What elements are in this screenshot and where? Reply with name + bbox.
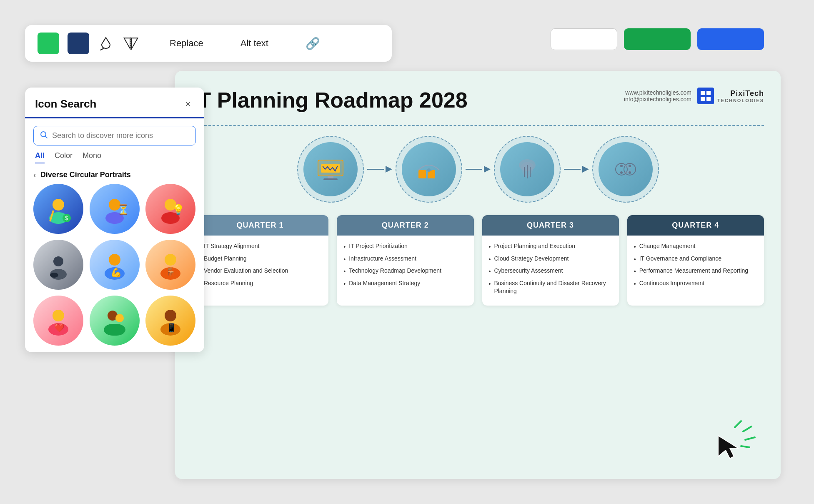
quarter-card-2: QUARTER 2 •IT Project Prioritization •In… [337, 215, 473, 306]
panel-title: Icon Search [35, 98, 96, 110]
canvas-area: IT Planning Roadmap 2028 www.pixitechnol… [175, 71, 781, 479]
link-button[interactable]: 🔗 [299, 33, 327, 54]
svg-text:📱: 📱 [166, 323, 177, 333]
timeline-q4-circle [592, 136, 659, 203]
svg-marker-59 [718, 436, 738, 459]
list-item: •Infrastructure Assessment [343, 255, 467, 264]
replace-button[interactable]: Replace [163, 35, 210, 52]
company-info: www.pixitechnoligies.com info@pixitechno… [624, 88, 764, 104]
list-item: •IT Strategy Alignment [198, 242, 322, 251]
tab-mono[interactable]: Mono [83, 151, 101, 163]
svg-line-57 [745, 437, 755, 440]
list-item: •Change Management [634, 242, 757, 251]
top-right-actions [551, 28, 764, 50]
separator [192, 125, 764, 126]
svg-rect-40 [323, 178, 338, 180]
list-item: •Technology Roadmap Development [343, 267, 467, 276]
timeline-q2-icon [402, 142, 456, 196]
fill-icon[interactable] [98, 35, 114, 52]
svg-marker-46 [484, 166, 491, 173]
tab-all[interactable]: All [35, 151, 45, 163]
tab-color[interactable]: Color [55, 151, 73, 163]
svg-point-29 [165, 310, 176, 321]
portrait-icon-2[interactable]: ⏳ [90, 184, 140, 234]
quarter-4-body: •Change Management •IT Governance and Co… [627, 236, 764, 298]
svg-rect-28 [104, 324, 125, 336]
section-title: Diverse Circular Portraits [40, 171, 131, 179]
mirror-icon[interactable] [123, 35, 139, 52]
top-right-blue-btn[interactable] [697, 28, 764, 50]
timeline [192, 136, 764, 203]
svg-point-17 [109, 254, 120, 266]
quarter-2-header: QUARTER 2 [337, 215, 473, 236]
timeline-q3-icon [500, 142, 554, 196]
panel-close-button[interactable]: × [182, 98, 194, 110]
svg-text:💪: 💪 [110, 267, 122, 278]
list-item: •IT Governance and Compliance [634, 255, 757, 264]
quarter-4-header: QUARTER 4 [627, 215, 764, 236]
timeline-q2-circle [396, 136, 462, 203]
portrait-icon-8[interactable] [90, 296, 140, 346]
svg-point-51 [620, 165, 623, 167]
portrait-icon-5[interactable]: 💪 [90, 240, 140, 290]
svg-rect-39 [328, 176, 333, 178]
quarter-card-3: QUARTER 3 •Project Planning and Executio… [482, 215, 619, 306]
quarter-1-body: •IT Strategy Alignment •Budget Planning … [192, 236, 328, 298]
arrow-3 [564, 166, 589, 173]
portrait-icon-3[interactable]: 💡 [145, 184, 195, 234]
top-right-input[interactable] [551, 28, 617, 50]
svg-point-52 [629, 165, 631, 167]
list-item: •Resource Planning [198, 279, 322, 288]
svg-rect-42 [418, 170, 426, 178]
svg-line-55 [735, 421, 741, 427]
portrait-icon-4[interactable] [33, 240, 83, 290]
color-swatch-blue[interactable] [68, 33, 89, 54]
company-name-block: PixiTech TECHNOLOGIES [717, 89, 764, 103]
svg-marker-41 [386, 166, 392, 173]
svg-point-23 [53, 310, 64, 321]
portrait-icon-6[interactable]: 🪑 [145, 240, 195, 290]
svg-point-27 [115, 314, 124, 322]
section-header: ‹ Diverse Circular Portraits [25, 163, 204, 184]
quarters-row: QUARTER 1 •IT Strategy Alignment •Budget… [192, 215, 764, 306]
svg-point-3 [53, 199, 64, 211]
roadmap-title: IT Planning Roadmap 2028 [192, 88, 468, 113]
divider-2 [222, 35, 222, 52]
timeline-q1-icon [303, 142, 358, 196]
list-item: •Cloud Strategy Development [489, 255, 612, 264]
search-input[interactable] [52, 131, 190, 140]
icon-search-panel: Icon Search × All Color Mono ‹ Diverse C… [25, 88, 204, 352]
svg-text:💡: 💡 [172, 203, 185, 216]
top-right-green-btn[interactable] [624, 28, 691, 50]
portrait-icon-1[interactable]: $ [33, 184, 83, 234]
color-swatch-green[interactable] [38, 33, 59, 54]
list-item: •Vendor Evaluation and Selection [198, 267, 322, 276]
search-icon [40, 130, 48, 141]
list-item: •Data Management Strategy [343, 279, 467, 288]
portrait-icon-9[interactable]: 📱 [145, 296, 195, 346]
divider-1 [151, 35, 151, 52]
svg-rect-32 [701, 91, 705, 95]
list-item: •Business Continuity and Disaster Recove… [489, 279, 612, 296]
svg-point-53 [620, 171, 623, 174]
svg-line-2 [45, 136, 48, 138]
alt-text-button[interactable]: Alt text [234, 35, 275, 52]
timeline-q4-icon [599, 142, 653, 196]
svg-point-16 [50, 273, 58, 278]
search-box[interactable] [33, 126, 196, 145]
svg-line-58 [741, 446, 749, 447]
list-item: •Cybersecurity Assessment [489, 267, 612, 276]
timeline-q3-circle [494, 136, 561, 203]
arrow-1 [367, 166, 392, 173]
cursor-effect [710, 419, 760, 462]
list-item: •Performance Measurement and Reporting [634, 267, 757, 276]
svg-text:⏳: ⏳ [117, 203, 130, 216]
company-contact: www.pixitechnoligies.com info@pixitechno… [624, 89, 691, 103]
timeline-q1-circle [297, 136, 364, 203]
back-arrow-icon[interactable]: ‹ [33, 170, 36, 180]
filter-tabs: All Color Mono [25, 145, 204, 163]
portrait-icon-7[interactable]: ❤️ [33, 296, 83, 346]
roadmap-header: IT Planning Roadmap 2028 www.pixitechnol… [192, 88, 764, 113]
list-item: •Project Planning and Execution [489, 242, 612, 251]
svg-point-20 [165, 254, 176, 266]
